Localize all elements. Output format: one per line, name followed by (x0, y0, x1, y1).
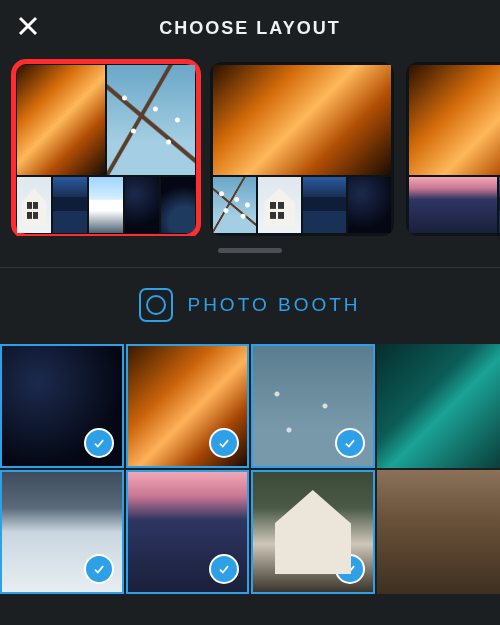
selected-check-icon (209, 428, 239, 458)
camera-icon (139, 288, 173, 322)
selected-check-icon (335, 554, 365, 584)
layout-cell (348, 177, 391, 233)
layout-cell (17, 65, 105, 175)
layout-cell (125, 177, 159, 233)
layout-cell (161, 177, 195, 233)
layout-cell (409, 177, 497, 233)
selected-check-icon (84, 554, 114, 584)
layout-option[interactable] (14, 62, 198, 236)
carousel-scroll-indicator (0, 236, 500, 267)
photo-thumbnail[interactable] (377, 470, 501, 594)
layout-cell (89, 177, 123, 233)
layout-carousel[interactable] (0, 56, 500, 236)
photo-thumbnail[interactable] (126, 470, 250, 594)
selected-check-icon (84, 428, 114, 458)
photo-thumbnail[interactable] (0, 344, 124, 468)
layout-cell (303, 177, 346, 233)
selected-check-icon (209, 554, 239, 584)
close-icon (16, 14, 40, 42)
photo-booth-button[interactable]: PHOTO BOOTH (0, 268, 500, 344)
layout-cell (53, 177, 87, 233)
layout-cell (213, 65, 391, 175)
layout-cell (409, 65, 500, 175)
page-title: CHOOSE LAYOUT (159, 18, 340, 39)
selected-check-icon (335, 428, 365, 458)
header: CHOOSE LAYOUT (0, 0, 500, 56)
layout-cell (17, 177, 51, 233)
photo-thumbnail[interactable] (377, 344, 501, 468)
layout-cell (213, 177, 256, 233)
photo-thumbnail[interactable] (126, 344, 250, 468)
photo-thumbnail[interactable] (0, 470, 124, 594)
photo-thumbnail[interactable] (251, 470, 375, 594)
photo-booth-label: PHOTO BOOTH (187, 294, 360, 316)
layout-option[interactable] (406, 62, 500, 236)
layout-cell (107, 65, 195, 175)
close-button[interactable] (14, 14, 42, 42)
photo-thumbnail[interactable] (251, 344, 375, 468)
layout-cell (258, 177, 301, 233)
photo-grid (0, 344, 500, 594)
layout-option[interactable] (210, 62, 394, 236)
